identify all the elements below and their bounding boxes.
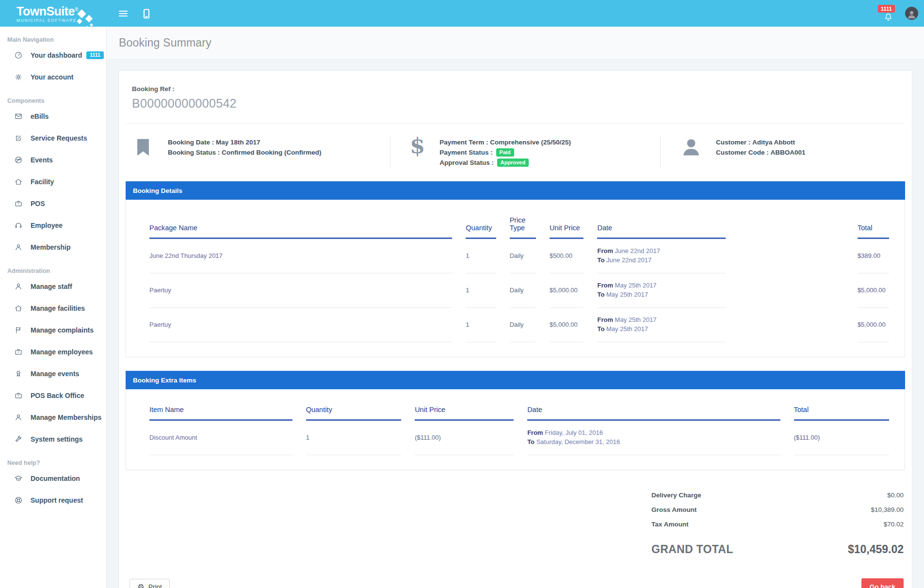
booking-extra-items-header: Booking Extra Items [126,371,905,389]
cell-unit-price: ($111.00) [415,421,514,455]
customer-icon [680,136,702,159]
approved-status-badge: Approved [497,159,529,167]
print-button[interactable]: Print [130,579,170,588]
briefcase-icon [14,348,23,356]
table-row: Paertuy 1 Daily $5,000.00 From May 25th … [149,273,889,308]
column-header-unit-price: Unit Price [550,212,584,239]
sidebar-item-manage-facilities[interactable]: Manage facilities [0,297,106,319]
customer-line: Customer : Aditya Abbott [716,137,806,147]
sidebar-item-service-requests[interactable]: Service Requests [0,127,106,149]
sidebar-item-pos[interactable]: POS [0,192,106,214]
column-header-date: Date [527,402,780,421]
graduation-cap-icon [14,474,23,483]
cell-total: $5,000.00 [858,308,889,342]
top-header: TownSuite® MUNICIPAL SOFTWARE 1111 [0,0,924,27]
dollar-icon: $ [410,135,425,168]
sidebar-item-your-dashboard[interactable]: Your dashboard 1111 [0,44,106,66]
grand-total-value: $10,459.02 [848,543,904,556]
home-icon [14,177,23,186]
sidebar-section-components: Components eBills Service Requests Event… [0,88,106,258]
brand-logo[interactable]: TownSuite® MUNICIPAL SOFTWARE [0,4,107,22]
column-header-package-name: Package Name [149,212,452,239]
page-title-bar: Booking Summary [107,27,924,60]
booking-date-line: Booking Date : May 18th 2017 [168,137,322,147]
dribbble-icon [14,156,23,164]
sidebar-item-label: Your dashboard [31,51,82,59]
approval-status-line: Approval Status : Approved [439,158,571,168]
table-row: Discount Amount 1 ($111.00) From Friday,… [149,421,889,455]
page-title: Booking Summary [119,36,211,49]
cell-price-type: Daily [510,239,536,273]
sidebar-item-events[interactable]: Events [0,149,106,171]
booking-ref-value: B00000000000542 [132,96,900,111]
column-header-total: Total [858,212,889,239]
sidebar-item-documentation[interactable]: Documentation [0,467,106,489]
table-header-row: Item Name Quantity Unit Price Date Total [149,402,889,421]
grand-total-row: GRAND TOTAL $10,459.02 [651,543,904,556]
notifications-button[interactable]: 1111 [882,4,894,23]
user-icon [14,243,23,252]
booking-extra-items-table: Item Name Quantity Unit Price Date Total… [136,402,903,455]
booking-details-header: Booking Details [126,181,905,200]
sidebar-item-label: Manage employees [31,348,93,356]
sidebar-item-facility[interactable]: Facility [0,171,106,192]
sidebar-item-your-account[interactable]: Your account [0,66,106,88]
booking-status-line: Booking Status : Confirmed Booking (Conf… [168,147,322,158]
mobile-view-icon[interactable] [141,8,152,19]
totals-summary: Delivery Charge$0.00 Gross Amount$10,389… [651,488,904,556]
sidebar-item-membership[interactable]: Membership [0,236,106,258]
section-heading: Components [0,88,106,105]
booking-ref-label: Booking Ref : [132,85,900,93]
cell-total: $389.00 [858,239,889,273]
sidebar-item-label: Manage Memberships [31,413,101,421]
column-header-quantity: Quantity [306,402,401,421]
sidebar-item-label: POS Back Office [31,392,84,399]
sidebar-item-label: Your account [31,73,73,81]
menu-toggle-icon[interactable] [117,8,129,19]
cell-quantity: 1 [466,273,496,308]
section-heading: Main Navigation [0,27,106,44]
cell-price-type: Daily [510,308,536,342]
table-row: June 22nd Thursday 2017 1 Daily $500.00 … [149,239,889,273]
main-content: Booking Summary Booking Ref : B000000000… [107,0,924,588]
grand-total-label: GRAND TOTAL [651,543,733,556]
sidebar-item-system-settings[interactable]: System settings [0,428,106,450]
sidebar-item-label: Membership [31,243,70,251]
sidebar-item-manage-memberships[interactable]: Manage Memberships [0,406,106,428]
sidebar-item-manage-staff[interactable]: Manage staff [0,275,106,297]
booking-date-block: Booking Date : May 18th 2017 Booking Sta… [126,135,390,168]
column-header-date: Date [597,212,726,239]
sidebar-item-manage-employees[interactable]: Manage employees [0,341,106,363]
speedometer-icon [14,51,23,60]
user-avatar[interactable] [905,7,918,20]
cell-package-name: Paertuy [149,308,452,342]
sidebar-item-manage-complaints[interactable]: Manage complaints [0,319,106,341]
notification-count-badge: 1111 [878,5,895,13]
sidebar-item-label: System settings [31,435,82,443]
sidebar-item-pos-back-office[interactable]: POS Back Office [0,384,106,406]
sidebar-item-support-request[interactable]: Support request [0,489,106,511]
totals-row-gross-amount: Gross Amount$10,389.00 [651,502,904,517]
sidebar-item-employee[interactable]: Employee [0,214,106,236]
cell-total: $5,000.00 [858,273,889,308]
go-back-button[interactable]: Go back [861,578,904,588]
totals-row-delivery-charge: Delivery Charge$0.00 [651,488,904,502]
paid-status-badge: Paid [496,148,514,157]
content-area: Booking Ref : B00000000000542 Booking Da… [107,60,924,588]
sidebar-item-label: Facility [31,178,54,186]
column-header-price-type: Price Type [510,212,536,239]
cell-date: From Friday, July 01, 2016To Saturday, D… [527,421,780,455]
column-header-unit-price: Unit Price [415,402,514,421]
cell-price-type: Daily [510,273,536,308]
column-header-total: Total [794,402,889,421]
cell-item-name: Discount Amount [149,421,292,455]
sidebar-item-label: eBills [31,112,49,120]
sidebar-item-manage-events[interactable]: Manage events [0,363,106,384]
cell-quantity: 1 [466,239,496,273]
sidebar-navigation: Main Navigation Your dashboard 1111 Your… [0,27,107,588]
sidebar-item-label: Manage events [31,370,79,378]
briefcase-icon [14,199,23,208]
bell-icon [883,12,893,22]
sidebar-item-ebills[interactable]: eBills [0,105,106,127]
booking-extra-items-panel: Booking Extra Items Item Name Quantity U… [126,371,905,470]
